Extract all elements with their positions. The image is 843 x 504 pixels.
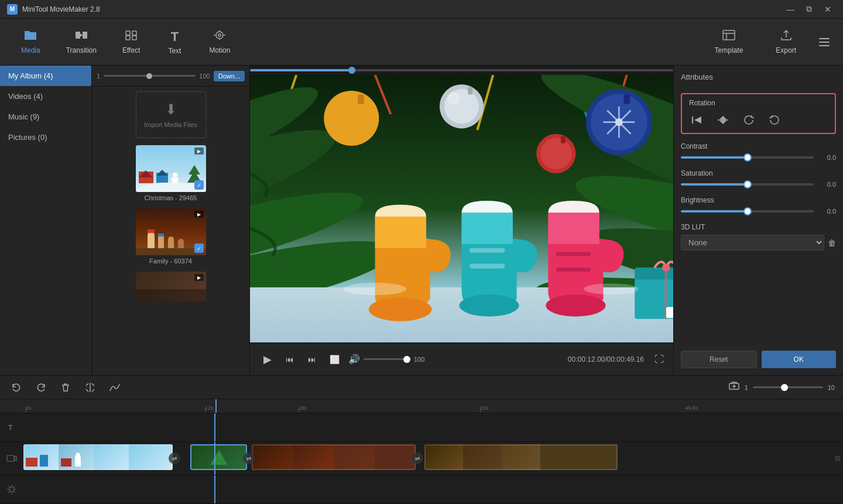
svg-point-26 <box>324 91 379 146</box>
volume-icon[interactable]: 🔊 <box>348 354 360 365</box>
svg-rect-8 <box>723 30 735 40</box>
volume-slider[interactable] <box>364 358 410 360</box>
download-button[interactable]: Down... <box>214 71 245 81</box>
zoom-slider[interactable] <box>104 75 196 77</box>
saturation-control: Saturation 0.0 <box>681 169 836 188</box>
svg-point-46 <box>459 294 519 317</box>
ok-button[interactable]: OK <box>762 351 837 368</box>
video-clip-4[interactable] <box>424 444 618 470</box>
svg-point-30 <box>447 92 460 105</box>
import-media-box[interactable]: ⬇ Import Media Files <box>136 91 206 138</box>
redo-button[interactable] <box>33 379 49 396</box>
brightness-slider[interactable] <box>681 210 814 212</box>
progress-thumb <box>348 67 355 74</box>
video-badge-christmas: ▶ <box>194 148 204 155</box>
video-clip-1[interactable] <box>23 444 173 470</box>
toolbar-motion[interactable]: Motion <box>197 26 242 59</box>
toolbar: Media Transition Effect T Text Motion <box>0 19 843 66</box>
sidebar-item-my-album[interactable]: My Album (4) <box>0 66 91 86</box>
sidebar-item-videos[interactable]: Videos (4) <box>0 86 91 107</box>
christmas-label: Christmas - 29465 <box>97 194 245 201</box>
svg-point-41 <box>540 138 572 170</box>
media-scroll[interactable]: ⬇ Import Media Files <box>92 87 249 375</box>
rewind-button[interactable]: ⏮ <box>282 351 298 368</box>
svg-rect-45 <box>470 264 505 269</box>
progress-fill <box>250 69 352 71</box>
video-clip-3[interactable] <box>252 444 416 470</box>
timeline-zoom-slider[interactable] <box>753 386 823 388</box>
lut-delete-button[interactable]: 🗑 <box>828 238 836 248</box>
media-item-family[interactable]: ▶ ✓ Family - 60374 <box>97 208 245 265</box>
ruler-tick-18 <box>299 408 299 413</box>
motion-icon <box>213 29 227 44</box>
contrast-slider[interactable] <box>681 156 814 159</box>
flip-vertical-button[interactable] <box>715 112 731 128</box>
ruler-mark-496: 49.6s <box>685 405 698 411</box>
video-clip-2[interactable] <box>190 444 247 470</box>
video-track-icon <box>0 454 23 463</box>
saturation-slider[interactable] <box>681 183 814 186</box>
split-button[interactable] <box>82 379 98 396</box>
ruler-mark-33: 33s <box>480 405 489 411</box>
lut-section: 3D LUT None 🗑 <box>681 223 836 251</box>
family-label: Family - 60374 <box>97 258 245 265</box>
video-track-row: ⇄ ⇄ <box>0 442 843 475</box>
svg-rect-4 <box>126 36 130 40</box>
export-icon <box>779 29 793 44</box>
media-item-christmas[interactable]: ▶ ✓ Christmas - 29465 <box>97 145 245 201</box>
toolbar-template[interactable]: Template <box>701 26 758 58</box>
text-track-row: T <box>0 413 843 442</box>
svg-rect-0 <box>76 32 80 39</box>
toolbar-left: Media Transition Effect T Text Motion <box>9 26 242 59</box>
ruler-mark-12: 12s <box>205 405 214 411</box>
undo-button[interactable] <box>8 379 25 396</box>
media-item-partial[interactable]: ▶ <box>97 272 245 301</box>
toolbar-export[interactable]: Export <box>762 26 810 58</box>
rotate-counter-clockwise-button[interactable] <box>766 112 783 128</box>
sidebar-item-music[interactable]: Music (9) <box>0 107 91 127</box>
template-label: Template <box>715 46 743 54</box>
lut-label: 3D LUT <box>681 223 836 231</box>
transition-1[interactable]: ⇄ <box>169 452 180 464</box>
fullscreen-button[interactable]: ⛶ <box>654 354 664 365</box>
toolbar-effect[interactable]: Effect <box>111 26 152 59</box>
restore-button[interactable]: ⧉ <box>801 3 817 16</box>
playback-controls: ▶ ⏮ ⏭ ⬜ 🔊 100 00:00:12.00/00:00:49.16 ⛶ <box>250 342 673 375</box>
menu-line-2 <box>819 42 830 43</box>
progress-bar[interactable] <box>250 66 673 75</box>
toolbar-transition[interactable]: Transition <box>54 26 108 59</box>
rotate-clockwise-button[interactable] <box>741 112 757 128</box>
rotation-box: Rotation <box>681 93 836 134</box>
curve-button[interactable] <box>107 379 123 396</box>
menu-button[interactable] <box>815 33 834 52</box>
flip-horizontal-button[interactable] <box>689 112 705 128</box>
svg-point-38 <box>615 118 623 126</box>
toolbar-right: Template Export <box>701 26 834 58</box>
window-controls: — ⧉ ✕ <box>782 3 836 16</box>
toolbar-media[interactable]: Media <box>9 26 52 59</box>
play-button[interactable]: ▶ <box>259 351 276 368</box>
menu-line-1 <box>819 38 830 39</box>
svg-rect-2 <box>126 31 130 35</box>
media-panel: 1 100 Down... ⬇ Import Media Files <box>92 66 250 375</box>
svg-text:T: T <box>8 424 13 432</box>
sidebar-item-pictures[interactable]: Pictures (0) <box>0 127 91 148</box>
effect-label: Effect <box>122 46 140 54</box>
minimize-button[interactable]: — <box>782 3 799 16</box>
ruler-mark-18: 18s <box>299 405 307 411</box>
ruler-tick-0 <box>26 408 26 413</box>
toolbar-text[interactable]: T Text <box>154 26 195 59</box>
stop-button[interactable]: ⬜ <box>326 351 342 368</box>
svg-point-66 <box>9 487 14 492</box>
transition-3[interactable]: ⇄ <box>412 452 423 464</box>
lut-select[interactable]: None <box>681 235 824 251</box>
forward-button[interactable]: ⏭ <box>304 351 320 368</box>
add-to-timeline-button[interactable] <box>728 380 740 395</box>
text-icon: T <box>171 29 179 44</box>
transition-2[interactable]: ⇄ <box>243 452 255 464</box>
saturation-label: Saturation <box>681 169 836 177</box>
check-badge-christmas: ✓ <box>194 180 204 190</box>
close-button[interactable]: ✕ <box>820 3 836 16</box>
delete-timeline-button[interactable] <box>57 379 74 396</box>
reset-button[interactable]: Reset <box>681 351 757 368</box>
